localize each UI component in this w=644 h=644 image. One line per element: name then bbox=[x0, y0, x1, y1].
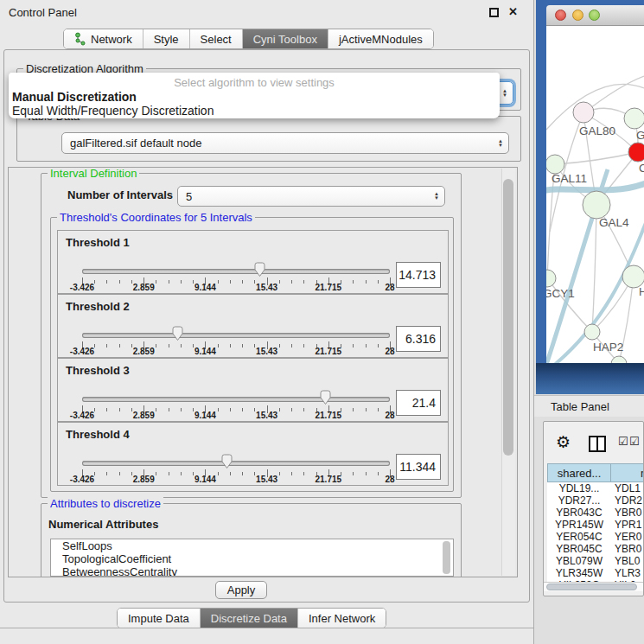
network-node-label: GCY1 bbox=[546, 287, 575, 300]
tab-jactivemnodules[interactable]: jActiveMNodules bbox=[328, 29, 433, 48]
table-data-select[interactable]: galFiltered.sif default node ▲▼ bbox=[61, 132, 509, 154]
split-pane-icon[interactable] bbox=[589, 436, 606, 452]
list-scrollbar[interactable] bbox=[443, 541, 450, 574]
cell-shared-name: YER054C bbox=[547, 531, 611, 543]
table-row[interactable]: YPR145WYPR1 bbox=[547, 519, 644, 531]
tab-network[interactable]: Network bbox=[64, 29, 143, 48]
table-row[interactable]: YBR043CYBR0 bbox=[547, 507, 644, 519]
network-node-label: H bbox=[639, 285, 644, 298]
attribute-item-selfloops[interactable]: SelfLoops bbox=[51, 539, 453, 552]
table-header-row: shared...n bbox=[547, 463, 644, 482]
tab-infer-network[interactable]: Infer Network bbox=[297, 609, 386, 628]
apply-button[interactable]: Apply bbox=[215, 581, 267, 599]
network-node[interactable] bbox=[546, 155, 564, 174]
threshold-panel-1: Threshold 1-3.4262.8599.14415.4321.71528… bbox=[57, 230, 449, 294]
scrollbar-thumb[interactable] bbox=[546, 583, 637, 590]
network-window-bottom-frame bbox=[536, 363, 644, 394]
axis-tick-label: -3.426 bbox=[70, 283, 94, 292]
scrollbar-thumb[interactable] bbox=[503, 179, 513, 456]
column-header-2[interactable]: n bbox=[611, 463, 644, 482]
table-row[interactable]: YLR345WYLR3 bbox=[547, 567, 644, 579]
dropdown-item-equal-width-frequency-discretization[interactable]: Equal Width/Frequency Discretization bbox=[12, 104, 214, 118]
stepper-icon: ▲▼ bbox=[498, 139, 503, 148]
bottom-tab-bar: Impute DataDiscretize DataInfer Network bbox=[117, 608, 386, 628]
tab-select[interactable]: Select bbox=[189, 29, 242, 48]
cell-shared-name: YDR27... bbox=[547, 494, 611, 507]
axis-tick-label: 21.715 bbox=[316, 347, 342, 356]
cell-name: YDL1 bbox=[611, 482, 644, 494]
network-node-label: GAL80 bbox=[579, 124, 615, 137]
attribute-item-betweennesscentrality[interactable]: BetweennessCentrality bbox=[51, 565, 453, 577]
axis-tick-label: 2.859 bbox=[133, 283, 155, 292]
network-node[interactable] bbox=[573, 102, 594, 123]
checkbox-icon[interactable]: ☑ bbox=[618, 435, 628, 448]
network-node[interactable] bbox=[583, 191, 610, 219]
zoom-traffic-light[interactable] bbox=[589, 10, 600, 21]
tab-label: Network bbox=[91, 33, 132, 46]
slider-track[interactable] bbox=[82, 333, 390, 338]
threshold-value-field[interactable]: 14.713 bbox=[396, 262, 441, 288]
gear-icon[interactable]: ⚙ bbox=[556, 432, 571, 452]
axis-tick-label: 2.859 bbox=[133, 347, 155, 356]
numerical-attributes-label: Numerical Attributes bbox=[48, 518, 158, 531]
tab-cyni-toolbox[interactable]: Cyni Toolbox bbox=[242, 29, 328, 48]
slider-track[interactable] bbox=[82, 269, 390, 274]
table-row[interactable]: YDR27...YDR2 bbox=[547, 494, 644, 507]
network-canvas[interactable]: GAL80GACGAL11GAL4GCY1HHAP2 bbox=[546, 26, 644, 363]
close-icon[interactable]: ✕ bbox=[508, 5, 518, 18]
slider-thumb[interactable] bbox=[171, 325, 184, 341]
network-node[interactable] bbox=[624, 108, 644, 129]
node-table: shared...n YDL19...YDL1YDR27...YDR2YBR04… bbox=[547, 463, 644, 591]
network-node[interactable] bbox=[546, 270, 556, 287]
slider-track[interactable] bbox=[82, 397, 390, 402]
dropdown-item-manual-discretization[interactable]: Manual Discretization bbox=[12, 90, 137, 104]
threshold-panel-3: Threshold 3-3.4262.8599.14415.4321.71528… bbox=[57, 358, 449, 422]
tab-label: Style bbox=[154, 33, 179, 46]
algorithm-dropdown-popup: Select algorithm to view settings Manual… bbox=[9, 73, 500, 118]
threshold-value-field[interactable]: 11.344 bbox=[396, 454, 441, 480]
float-window-icon[interactable] bbox=[489, 8, 499, 17]
table-row[interactable]: YBR045CYBR0 bbox=[547, 543, 644, 555]
axis-tick-label: 15.43 bbox=[256, 411, 277, 420]
close-traffic-light[interactable] bbox=[555, 10, 566, 21]
attributes-list[interactable]: SelfLoopsTopologicalCoefficientBetweenne… bbox=[50, 539, 454, 577]
horizontal-scrollbar[interactable] bbox=[544, 582, 643, 591]
minimize-traffic-light[interactable] bbox=[572, 10, 583, 21]
network-node[interactable] bbox=[628, 143, 644, 162]
attributes-group: Attributes to discretize Numerical Attri… bbox=[41, 503, 462, 577]
network-node-label: C bbox=[639, 162, 644, 175]
axis-tick-label: 15.43 bbox=[256, 283, 277, 292]
slider-track[interactable] bbox=[82, 461, 390, 466]
network-window-titlebar bbox=[546, 5, 644, 26]
network-icon bbox=[74, 32, 86, 47]
slider-thumb[interactable] bbox=[253, 261, 266, 277]
group-title: Interval Definition bbox=[48, 167, 139, 180]
num-intervals-select[interactable]: 5 ▲▼ bbox=[177, 186, 445, 207]
group-title: Attributes to discretize bbox=[48, 497, 163, 510]
checkbox-icon[interactable]: ☑ bbox=[629, 435, 640, 448]
cell-shared-name: YDL19... bbox=[547, 482, 611, 494]
column-header-1[interactable]: shared... bbox=[547, 463, 611, 482]
tab-label: Impute Data bbox=[128, 612, 189, 625]
slider-thumb[interactable] bbox=[319, 389, 332, 405]
network-node[interactable] bbox=[584, 324, 600, 340]
slider-thumb[interactable] bbox=[220, 453, 233, 469]
axis-tick-label: 9.144 bbox=[194, 475, 216, 484]
threshold-value-field[interactable]: 6.316 bbox=[396, 326, 441, 352]
tab-label: jActiveMNodules bbox=[339, 33, 423, 46]
table-panel-title: Table Panel bbox=[551, 400, 609, 413]
tab-impute-data[interactable]: Impute Data bbox=[118, 609, 200, 628]
axis-tick-label: 2.859 bbox=[133, 475, 155, 484]
network-graph: GAL80GACGAL11GAL4GCY1HHAP2 bbox=[546, 26, 644, 363]
table-row[interactable]: YBL079WYBL0 bbox=[547, 555, 644, 567]
axis-tick-label: 9.144 bbox=[194, 411, 216, 420]
table-row[interactable]: YER054CYER0 bbox=[547, 531, 644, 543]
threshold-value-field[interactable]: 21.4 bbox=[396, 390, 441, 416]
table-row[interactable]: YDL19...YDL1 bbox=[547, 482, 644, 494]
tab-discretize-data[interactable]: Discretize Data bbox=[200, 609, 297, 628]
threshold-label: Threshold 2 bbox=[66, 300, 130, 313]
attribute-item-topologicalcoefficient[interactable]: TopologicalCoefficient bbox=[51, 552, 453, 565]
tab-style[interactable]: Style bbox=[143, 29, 189, 48]
cell-name: YDR2 bbox=[611, 494, 644, 507]
axis-tick-label: 21.715 bbox=[316, 411, 342, 420]
